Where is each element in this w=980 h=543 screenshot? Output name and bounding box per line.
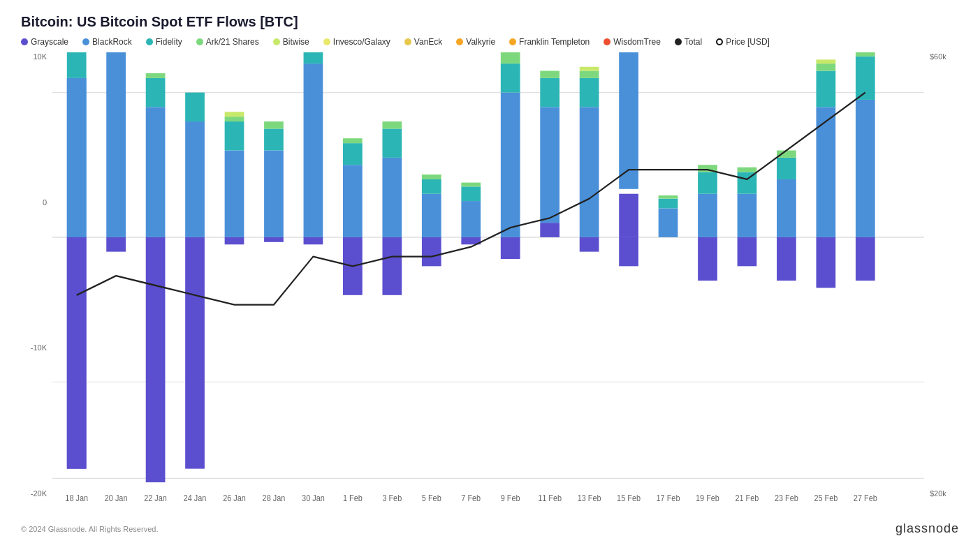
svg-rect-49	[501, 93, 520, 237]
svg-rect-51	[501, 52, 520, 64]
legend-bitwise: Bitwise	[273, 37, 309, 47]
svg-rect-79	[777, 151, 796, 158]
svg-rect-13	[146, 237, 166, 483]
svg-rect-76	[777, 237, 796, 281]
svg-rect-55	[540, 70, 560, 77]
svg-rect-86	[856, 100, 875, 237]
svg-rect-31	[304, 52, 323, 64]
svg-rect-21	[225, 151, 244, 237]
svg-rect-75	[738, 168, 757, 172]
svg-text:5 Feb: 5 Feb	[422, 493, 441, 503]
svg-rect-56	[580, 237, 599, 252]
svg-text:17 Feb: 17 Feb	[657, 493, 680, 503]
svg-text:28 Jan: 28 Jan	[263, 493, 286, 503]
svg-text:26 Jan: 26 Jan	[223, 493, 246, 503]
svg-rect-14	[146, 107, 166, 237]
svg-rect-18	[185, 121, 205, 237]
svg-text:11 Feb: 11 Feb	[538, 493, 562, 503]
svg-rect-68	[698, 237, 717, 281]
svg-text:30 Jan: 30 Jan	[302, 493, 325, 503]
svg-text:21 Feb: 21 Feb	[736, 493, 759, 503]
svg-rect-46	[461, 186, 481, 201]
svg-rect-28	[264, 121, 284, 128]
svg-rect-63	[619, 52, 638, 189]
svg-rect-33	[343, 165, 363, 237]
svg-rect-22	[225, 121, 244, 150]
svg-text:19 Feb: 19 Feb	[696, 493, 719, 503]
svg-rect-12	[106, 52, 126, 237]
svg-rect-43	[422, 174, 441, 179]
chart-area: 18 Jan 20 Jan 22 Jan 24 Jan 26 Jan 28 Ja…	[52, 52, 924, 519]
svg-rect-8	[67, 78, 87, 237]
svg-rect-60	[580, 67, 599, 71]
chart-svg: 18 Jan 20 Jan 22 Jan 24 Jan 26 Jan 28 Ja…	[52, 52, 924, 519]
svg-rect-36	[382, 237, 402, 295]
footer: © 2024 Glassnode. All Rights Reserved. g…	[21, 521, 959, 536]
legend-valkyrie: Valkyrie	[456, 37, 495, 47]
chart-container: 10K 0 -10K -20K	[21, 52, 959, 519]
svg-rect-34	[343, 143, 363, 165]
svg-rect-40	[422, 237, 441, 266]
svg-text:20 Jan: 20 Jan	[105, 493, 128, 503]
svg-rect-24	[225, 112, 244, 117]
svg-rect-82	[816, 70, 835, 107]
svg-rect-19	[185, 93, 205, 121]
svg-rect-77	[777, 179, 796, 237]
svg-rect-20	[225, 237, 244, 244]
svg-rect-10	[67, 237, 87, 469]
svg-text:25 Feb: 25 Feb	[814, 493, 838, 503]
svg-rect-45	[461, 201, 481, 237]
svg-rect-58	[580, 78, 599, 107]
y-axis-right: $60k $20k	[924, 52, 959, 519]
svg-rect-65	[659, 208, 678, 237]
svg-rect-35	[343, 138, 363, 143]
svg-rect-50	[501, 64, 520, 92]
svg-rect-84	[816, 59, 835, 64]
svg-rect-29	[304, 237, 323, 244]
svg-rect-61	[619, 194, 638, 237]
svg-rect-80	[816, 237, 835, 288]
svg-rect-15	[146, 78, 166, 107]
svg-rect-78	[777, 158, 796, 179]
svg-text:3 Feb: 3 Feb	[382, 493, 402, 503]
svg-rect-48	[501, 237, 520, 259]
glassnode-brand: glassnode	[895, 521, 959, 536]
legend-franklin: Franklin Templeton	[509, 37, 590, 47]
legend-vaneck: VanEck	[404, 37, 442, 47]
svg-rect-30	[304, 64, 323, 237]
svg-rect-42	[422, 179, 441, 194]
svg-text:23 Feb: 23 Feb	[775, 493, 798, 503]
svg-text:13 Feb: 13 Feb	[578, 493, 601, 503]
svg-rect-16	[146, 73, 166, 78]
svg-rect-66	[659, 199, 678, 209]
page-title: Bitcoin: US Bitcoin Spot ETF Flows [BTC]	[21, 14, 959, 30]
svg-text:18 Jan: 18 Jan	[65, 493, 88, 503]
legend-invesco: Invesco/Galaxy	[323, 37, 390, 47]
svg-rect-54	[540, 78, 560, 107]
svg-rect-69	[698, 194, 717, 237]
legend: Grayscale BlackRock Fidelity Ark/21 Shar…	[21, 37, 959, 47]
svg-rect-57	[580, 107, 599, 237]
y-axis-left: 10K 0 -10K -20K	[21, 52, 52, 519]
legend-wisdomtree: WisdomTree	[604, 37, 661, 47]
legend-blackrock: BlackRock	[82, 37, 132, 47]
svg-text:22 Jan: 22 Jan	[144, 493, 167, 503]
svg-rect-62	[619, 237, 638, 266]
svg-rect-23	[225, 117, 244, 121]
svg-rect-9	[67, 52, 87, 78]
svg-rect-83	[816, 64, 835, 70]
svg-rect-37	[382, 158, 402, 237]
svg-rect-27	[264, 128, 284, 150]
legend-ark: Ark/21 Shares	[196, 37, 259, 47]
svg-rect-41	[422, 194, 441, 237]
svg-rect-59	[580, 70, 599, 77]
legend-grayscale: Grayscale	[21, 37, 68, 47]
copyright-text: © 2024 Glassnode. All Rights Reserved.	[21, 525, 158, 533]
svg-rect-11	[106, 237, 126, 252]
svg-text:9 Feb: 9 Feb	[501, 493, 520, 503]
svg-rect-74	[738, 172, 757, 194]
svg-rect-47	[461, 183, 481, 187]
svg-text:27 Feb: 27 Feb	[854, 493, 877, 503]
legend-fidelity: Fidelity	[146, 37, 182, 47]
legend-price: Price [USD]	[716, 37, 770, 47]
